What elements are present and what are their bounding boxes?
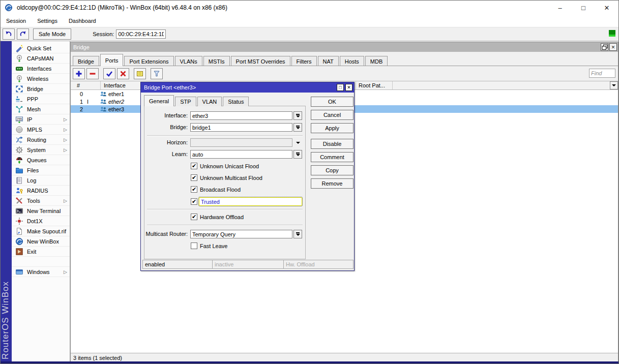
add-button[interactable] bbox=[73, 68, 85, 79]
sidebar-item-bridge[interactable]: Bridge bbox=[12, 84, 70, 94]
minimize-button[interactable]: – bbox=[548, 1, 572, 15]
menu-dashboard[interactable]: Dashboard bbox=[63, 15, 102, 27]
sidebar-item-dot1x[interactable]: Dot1X bbox=[12, 216, 70, 226]
remove-row-button[interactable] bbox=[86, 68, 99, 79]
disable-row-button[interactable] bbox=[117, 68, 129, 79]
tab-hosts[interactable]: Hosts bbox=[340, 56, 364, 66]
tab-status[interactable]: Status bbox=[223, 97, 249, 106]
learn-dropdown-button[interactable] bbox=[293, 150, 302, 159]
checkbox[interactable]: ✔ bbox=[191, 186, 197, 193]
interface-field[interactable] bbox=[190, 111, 292, 120]
sidebar-item-capsman[interactable]: CAPsMAN bbox=[12, 53, 70, 64]
sidebar-item-exit[interactable]: Exit bbox=[12, 247, 70, 257]
checkbox[interactable]: ✔ bbox=[191, 163, 197, 169]
learn-field[interactable] bbox=[190, 150, 292, 159]
unknown-unicast-flood-checkbox[interactable]: ✔ Unknown Unicast Flood bbox=[191, 163, 259, 169]
column-header-number[interactable]: # bbox=[71, 81, 101, 89]
sidebar-item-queues[interactable]: Queues bbox=[12, 155, 70, 165]
disable-button[interactable]: Disable bbox=[311, 139, 353, 149]
log-icon bbox=[15, 176, 23, 185]
apply-button[interactable]: Apply bbox=[311, 123, 353, 133]
sidebar-item-system[interactable]: System▷ bbox=[12, 145, 70, 155]
dialog-close-button[interactable]: ✕ bbox=[345, 84, 352, 91]
multicast-router-field[interactable] bbox=[190, 230, 292, 238]
sidebar-item-mpls[interactable]: MPLS▷ bbox=[12, 125, 70, 135]
dialog-status-bar: enabled inactive Hw. Offload bbox=[142, 260, 353, 269]
hardware-offload-checkbox[interactable]: ✔ Hardware Offload bbox=[191, 214, 244, 220]
sidebar-item-wireless[interactable]: Wireless bbox=[12, 74, 70, 84]
sidebar-item-mesh[interactable]: Mesh bbox=[12, 104, 70, 114]
checkbox[interactable]: ✔ bbox=[191, 214, 197, 220]
remove-button[interactable]: Remove bbox=[311, 178, 353, 189]
sidebar-item-tools[interactable]: Tools▷ bbox=[12, 196, 70, 206]
column-selector-button[interactable] bbox=[610, 81, 618, 89]
interface-dropdown-button[interactable] bbox=[293, 111, 302, 120]
sidebar-item-radius[interactable]: RADIUS bbox=[12, 186, 70, 196]
sidebar-item-quick-set[interactable]: Quick Set bbox=[12, 43, 70, 53]
find-input[interactable] bbox=[589, 69, 615, 78]
routing-icon bbox=[15, 136, 23, 144]
fast-leave-checkbox[interactable]: ✔ Fast Leave bbox=[191, 242, 227, 249]
broadcast-flood-checkbox[interactable]: ✔ Broadcast Flood bbox=[191, 186, 241, 193]
multicast-router-dropdown-button[interactable] bbox=[293, 230, 302, 238]
sidebar-item-new-winbox[interactable]: New WinBox bbox=[12, 236, 70, 247]
terminal-icon bbox=[15, 207, 23, 215]
bridge-restore-button[interactable] bbox=[601, 43, 608, 51]
port-icon bbox=[100, 106, 107, 112]
sidebar-item-make-supout[interactable]: Make Supout.rif bbox=[12, 226, 70, 236]
checkbox[interactable]: ✔ bbox=[191, 174, 197, 181]
tab-bridge[interactable]: Bridge bbox=[73, 56, 99, 66]
trusted-checkbox[interactable]: ✔ Trusted bbox=[191, 197, 302, 206]
tab-ports[interactable]: Ports bbox=[100, 54, 124, 66]
tab-filters[interactable]: Filters bbox=[291, 56, 317, 66]
bridge-close-button[interactable]: ✕ bbox=[609, 43, 617, 51]
routeros-winbox-vertical-text: RouterOS WinBox bbox=[1, 281, 12, 359]
filter-button[interactable] bbox=[151, 68, 163, 79]
menu-settings[interactable]: Settings bbox=[32, 15, 63, 27]
column-header-root-path[interactable]: Root Pat... bbox=[356, 81, 393, 89]
maximize-button[interactable]: □ bbox=[572, 1, 595, 15]
sidebar-item-windows[interactable]: Windows▷ bbox=[12, 267, 70, 277]
checkbox[interactable]: ✔ bbox=[191, 242, 197, 249]
ok-button[interactable]: OK bbox=[311, 97, 353, 107]
tab-stp[interactable]: STP bbox=[175, 97, 196, 106]
dialog-titlebar[interactable]: Bridge Port <ether3> bbox=[141, 82, 354, 93]
comment-button[interactable]: Comment bbox=[311, 152, 353, 162]
menu-session[interactable]: Session bbox=[1, 15, 32, 27]
tab-port-extensions[interactable]: Port Extensions bbox=[124, 56, 173, 66]
enable-button[interactable] bbox=[103, 68, 115, 79]
sidebar-item-interfaces[interactable]: Interfaces bbox=[12, 64, 70, 74]
tab-nat[interactable]: NAT bbox=[318, 56, 339, 66]
sidebar-item-new-terminal[interactable]: New Terminal bbox=[12, 206, 70, 216]
bridge-field[interactable] bbox=[190, 123, 292, 132]
tab-mdb[interactable]: MDB bbox=[365, 56, 388, 66]
tab-general[interactable]: General bbox=[144, 95, 174, 106]
bridge-window-titlebar[interactable]: Bridge bbox=[71, 42, 618, 52]
tab-vlan[interactable]: VLAN bbox=[197, 97, 222, 106]
horizon-field[interactable] bbox=[190, 138, 292, 147]
copy-button[interactable]: Copy bbox=[311, 165, 353, 175]
unknown-multicast-flood-checkbox[interactable]: ✔ Unknown Multicast Flood bbox=[191, 174, 262, 181]
comment-row-button[interactable] bbox=[134, 68, 146, 79]
trusted-focus-field[interactable]: Trusted bbox=[199, 197, 302, 206]
sidebar-item-log[interactable]: Log bbox=[12, 175, 70, 186]
checkbox[interactable]: ✔ bbox=[191, 198, 197, 205]
horizon-updown-button[interactable] bbox=[293, 138, 302, 147]
sidebar-item-routing[interactable]: Routing▷ bbox=[12, 135, 70, 145]
sidebar-item-files[interactable]: Files bbox=[12, 165, 70, 175]
redo-button[interactable] bbox=[17, 28, 29, 40]
close-button[interactable]: ✕ bbox=[595, 1, 618, 15]
winbox-icon bbox=[15, 237, 23, 246]
interface-name: ether1 bbox=[108, 91, 124, 97]
safe-mode-button[interactable]: Safe Mode bbox=[33, 28, 71, 40]
tab-vlans[interactable]: VLANs bbox=[175, 56, 202, 66]
session-input[interactable] bbox=[116, 29, 166, 39]
tab-mstis[interactable]: MSTIs bbox=[203, 56, 230, 66]
sidebar-item-ppp[interactable]: PPP bbox=[12, 94, 70, 104]
undo-button[interactable] bbox=[3, 28, 15, 40]
tab-port-mst-overrides[interactable]: Port MST Overrides bbox=[231, 56, 290, 66]
bridge-dropdown-button[interactable] bbox=[293, 123, 302, 132]
cancel-button[interactable]: Cancel bbox=[311, 110, 353, 120]
sidebar-item-ip[interactable]: 255IP▷ bbox=[12, 114, 70, 125]
dialog-maximize-button[interactable]: □ bbox=[337, 84, 344, 91]
